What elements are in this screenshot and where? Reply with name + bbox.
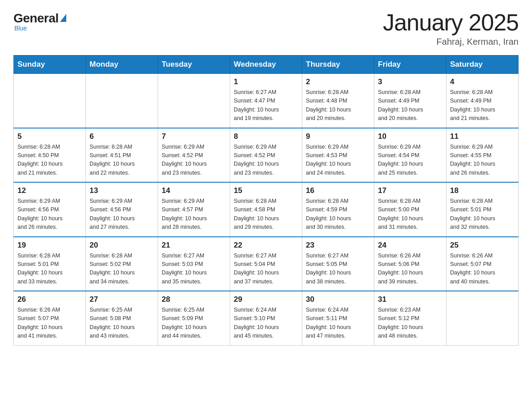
table-row: 31Sunrise: 6:23 AM Sunset: 5:12 PM Dayli…	[374, 291, 446, 345]
table-row: 25Sunrise: 6:26 AM Sunset: 5:07 PM Dayli…	[446, 237, 519, 291]
day-info: Sunrise: 6:29 AM Sunset: 4:57 PM Dayligh…	[162, 197, 226, 232]
table-row	[86, 74, 158, 128]
calendar-header-row: Sunday Monday Tuesday Wednesday Thursday…	[14, 56, 519, 74]
day-number: 27	[90, 295, 154, 304]
day-number: 10	[378, 132, 442, 141]
table-row: 4Sunrise: 6:28 AM Sunset: 4:49 PM Daylig…	[446, 74, 519, 128]
day-info: Sunrise: 6:28 AM Sunset: 5:00 PM Dayligh…	[378, 197, 442, 232]
day-info: Sunrise: 6:26 AM Sunset: 5:06 PM Dayligh…	[378, 252, 442, 287]
day-number: 29	[234, 295, 298, 304]
day-number: 24	[378, 241, 442, 250]
day-number: 16	[306, 186, 370, 195]
main-title: January 2025	[383, 9, 519, 36]
day-number: 6	[90, 132, 154, 141]
header-wednesday: Wednesday	[230, 56, 302, 74]
table-row: 19Sunrise: 6:28 AM Sunset: 5:01 PM Dayli…	[14, 237, 86, 291]
table-row: 27Sunrise: 6:25 AM Sunset: 5:08 PM Dayli…	[86, 291, 158, 345]
location-subtitle: Fahraj, Kerman, Iran	[383, 37, 519, 47]
day-info: Sunrise: 6:29 AM Sunset: 4:56 PM Dayligh…	[90, 197, 154, 232]
table-row: 20Sunrise: 6:28 AM Sunset: 5:02 PM Dayli…	[86, 237, 158, 291]
table-row: 11Sunrise: 6:29 AM Sunset: 4:55 PM Dayli…	[446, 128, 519, 183]
table-row: 14Sunrise: 6:29 AM Sunset: 4:57 PM Dayli…	[158, 182, 230, 237]
logo: General Blue	[13, 9, 67, 32]
header-tuesday: Tuesday	[158, 56, 230, 74]
day-info: Sunrise: 6:29 AM Sunset: 4:52 PM Dayligh…	[234, 143, 298, 178]
day-number: 28	[162, 295, 226, 304]
table-row	[14, 74, 86, 128]
day-info: Sunrise: 6:28 AM Sunset: 5:02 PM Dayligh…	[90, 252, 154, 287]
day-info: Sunrise: 6:28 AM Sunset: 4:48 PM Dayligh…	[306, 88, 370, 123]
day-number: 30	[306, 295, 370, 304]
day-info: Sunrise: 6:27 AM Sunset: 5:05 PM Dayligh…	[306, 252, 370, 287]
calendar-week-row: 12Sunrise: 6:29 AM Sunset: 4:56 PM Dayli…	[14, 182, 519, 237]
table-row: 23Sunrise: 6:27 AM Sunset: 5:05 PM Dayli…	[302, 237, 374, 291]
table-row: 13Sunrise: 6:29 AM Sunset: 4:56 PM Dayli…	[86, 182, 158, 237]
table-row: 24Sunrise: 6:26 AM Sunset: 5:06 PM Dayli…	[374, 237, 446, 291]
day-info: Sunrise: 6:27 AM Sunset: 5:04 PM Dayligh…	[234, 252, 298, 287]
day-info: Sunrise: 6:28 AM Sunset: 4:50 PM Dayligh…	[17, 143, 82, 178]
title-block: January 2025 Fahraj, Kerman, Iran	[383, 9, 519, 47]
day-number: 12	[17, 186, 82, 195]
day-number: 21	[162, 241, 226, 250]
table-row: 2Sunrise: 6:28 AM Sunset: 4:48 PM Daylig…	[302, 74, 374, 128]
table-row	[446, 291, 519, 345]
day-number: 31	[378, 295, 442, 304]
calendar-table: Sunday Monday Tuesday Wednesday Thursday…	[13, 55, 519, 346]
day-info: Sunrise: 6:24 AM Sunset: 5:10 PM Dayligh…	[234, 306, 298, 341]
day-number: 15	[234, 186, 298, 195]
day-number: 9	[306, 132, 370, 141]
header-monday: Monday	[86, 56, 158, 74]
logo-general-text: General	[13, 11, 59, 26]
day-info: Sunrise: 6:28 AM Sunset: 4:49 PM Dayligh…	[378, 88, 442, 123]
page-header: General Blue January 2025 Fahraj, Kerman…	[13, 9, 519, 47]
day-info: Sunrise: 6:28 AM Sunset: 5:01 PM Dayligh…	[450, 197, 515, 232]
day-info: Sunrise: 6:29 AM Sunset: 4:55 PM Dayligh…	[450, 143, 515, 178]
table-row	[158, 74, 230, 128]
table-row: 28Sunrise: 6:25 AM Sunset: 5:09 PM Dayli…	[158, 291, 230, 345]
header-sunday: Sunday	[14, 56, 86, 74]
table-row: 5Sunrise: 6:28 AM Sunset: 4:50 PM Daylig…	[14, 128, 86, 183]
table-row: 3Sunrise: 6:28 AM Sunset: 4:49 PM Daylig…	[374, 74, 446, 128]
day-number: 17	[378, 186, 442, 195]
day-number: 7	[162, 132, 226, 141]
day-number: 13	[90, 186, 154, 195]
table-row: 21Sunrise: 6:27 AM Sunset: 5:03 PM Dayli…	[158, 237, 230, 291]
day-info: Sunrise: 6:28 AM Sunset: 4:59 PM Dayligh…	[306, 197, 370, 232]
day-number: 20	[90, 241, 154, 250]
table-row: 12Sunrise: 6:29 AM Sunset: 4:56 PM Dayli…	[14, 182, 86, 237]
day-number: 4	[450, 77, 515, 86]
day-number: 2	[306, 77, 370, 86]
table-row: 29Sunrise: 6:24 AM Sunset: 5:10 PM Dayli…	[230, 291, 302, 345]
day-info: Sunrise: 6:29 AM Sunset: 4:53 PM Dayligh…	[306, 143, 370, 178]
table-row: 9Sunrise: 6:29 AM Sunset: 4:53 PM Daylig…	[302, 128, 374, 183]
day-number: 22	[234, 241, 298, 250]
day-info: Sunrise: 6:24 AM Sunset: 5:11 PM Dayligh…	[306, 306, 370, 341]
day-number: 19	[17, 241, 82, 250]
logo-triangle-icon	[60, 14, 66, 22]
table-row: 16Sunrise: 6:28 AM Sunset: 4:59 PM Dayli…	[302, 182, 374, 237]
header-thursday: Thursday	[302, 56, 374, 74]
day-info: Sunrise: 6:25 AM Sunset: 5:08 PM Dayligh…	[90, 306, 154, 341]
table-row: 26Sunrise: 6:26 AM Sunset: 5:07 PM Dayli…	[14, 291, 86, 345]
day-number: 14	[162, 186, 226, 195]
table-row: 22Sunrise: 6:27 AM Sunset: 5:04 PM Dayli…	[230, 237, 302, 291]
header-friday: Friday	[374, 56, 446, 74]
day-info: Sunrise: 6:25 AM Sunset: 5:09 PM Dayligh…	[162, 306, 226, 341]
table-row: 8Sunrise: 6:29 AM Sunset: 4:52 PM Daylig…	[230, 128, 302, 183]
day-number: 5	[17, 132, 82, 141]
day-info: Sunrise: 6:26 AM Sunset: 5:07 PM Dayligh…	[450, 252, 515, 287]
table-row: 17Sunrise: 6:28 AM Sunset: 5:00 PM Dayli…	[374, 182, 446, 237]
calendar-week-row: 19Sunrise: 6:28 AM Sunset: 5:01 PM Dayli…	[14, 237, 519, 291]
day-info: Sunrise: 6:28 AM Sunset: 4:49 PM Dayligh…	[450, 88, 515, 123]
day-number: 3	[378, 77, 442, 86]
day-number: 1	[234, 77, 298, 86]
calendar-week-row: 5Sunrise: 6:28 AM Sunset: 4:50 PM Daylig…	[14, 128, 519, 183]
table-row: 7Sunrise: 6:29 AM Sunset: 4:52 PM Daylig…	[158, 128, 230, 183]
day-number: 26	[17, 295, 82, 304]
table-row: 1Sunrise: 6:27 AM Sunset: 4:47 PM Daylig…	[230, 74, 302, 128]
day-info: Sunrise: 6:28 AM Sunset: 4:51 PM Dayligh…	[90, 143, 154, 178]
logo-subtitle: Blue	[14, 25, 27, 32]
day-info: Sunrise: 6:27 AM Sunset: 4:47 PM Dayligh…	[234, 88, 298, 123]
table-row: 15Sunrise: 6:28 AM Sunset: 4:58 PM Dayli…	[230, 182, 302, 237]
table-row: 18Sunrise: 6:28 AM Sunset: 5:01 PM Dayli…	[446, 182, 519, 237]
